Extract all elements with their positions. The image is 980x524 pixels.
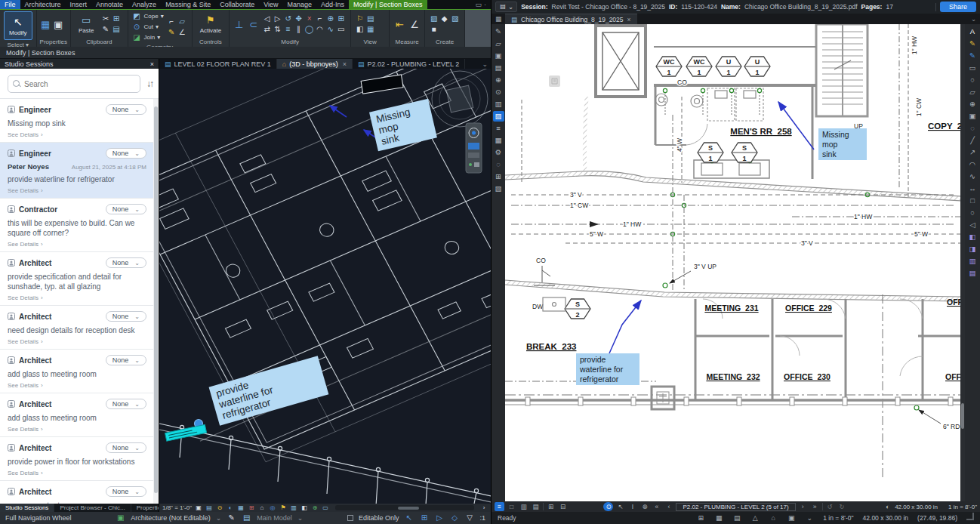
- rotate-icon[interactable]: ↺: [283, 14, 293, 24]
- unpin-icon[interactable]: ≡: [283, 25, 293, 35]
- thumbnails-icon[interactable]: ▥: [493, 99, 504, 109]
- tab-add-ins[interactable]: Add-Ins: [316, 0, 349, 9]
- sync-views-icon[interactable]: ⊞: [546, 502, 556, 511]
- close-document-icon[interactable]: ×: [627, 16, 631, 23]
- main-model-select[interactable]: Main Model: [257, 514, 292, 522]
- comment-card[interactable]: Contractor None⌄ this will be expensive …: [0, 199, 159, 252]
- pen-icon[interactable]: ✎: [967, 51, 978, 61]
- undo-view-icon[interactable]: ↺: [825, 502, 835, 511]
- navigation-bar[interactable]: [466, 123, 482, 173]
- panel-toggle-icon[interactable]: ▦: [492, 14, 505, 24]
- paint-icon[interactable]: ✎: [167, 27, 177, 37]
- bookmarks-icon[interactable]: ▤: [493, 63, 504, 73]
- measure-volume-icon[interactable]: ▥: [967, 256, 978, 267]
- select-links-icon[interactable]: ↖: [405, 513, 414, 523]
- chevron-down-icon[interactable]: ⌄: [805, 513, 814, 522]
- region-icon[interactable]: ▭: [336, 25, 346, 35]
- sort-icon[interactable]: ↓↑: [146, 79, 153, 89]
- align-icon[interactable]: ⊥: [233, 19, 245, 30]
- spline-icon[interactable]: ∿: [325, 25, 335, 35]
- split-icon[interactable]: ×: [304, 14, 314, 24]
- cope-button[interactable]: ◩Cope ▾: [132, 11, 164, 21]
- type-properties-icon[interactable]: ▣: [54, 20, 63, 29]
- tab-manage[interactable]: Manage: [283, 0, 317, 9]
- see-details-link[interactable]: See Details›: [8, 187, 146, 194]
- markups-icon[interactable]: ≡: [493, 123, 504, 134]
- status-dropdown[interactable]: None⌄: [106, 148, 146, 159]
- markup-note-waterline[interactable]: provide waterline for refrigerator: [576, 353, 639, 385]
- close-view-icon[interactable]: ×: [343, 60, 347, 68]
- document-tab[interactable]: ▤ Chicago Office Building_8_19_2025 ×: [505, 14, 636, 24]
- stamp-icon[interactable]: ⊕: [967, 99, 978, 109]
- canvas-scrollbar[interactable]: [960, 24, 965, 501]
- page-selector[interactable]: P2.02 - PLUMBING - LEVEL 2 (5 of 17): [676, 503, 795, 511]
- status-dropdown[interactable]: None⌄: [106, 442, 146, 453]
- first-page-icon[interactable]: «: [652, 502, 661, 511]
- scroll-right-icon[interactable]: ›: [480, 504, 488, 512]
- sync-icon[interactable]: △: [750, 513, 760, 522]
- status-dropdown[interactable]: None⌄: [106, 204, 146, 214]
- see-details-link[interactable]: See Details›: [8, 338, 146, 345]
- see-details-link[interactable]: See Details›: [8, 241, 146, 248]
- shapes-panel-icon[interactable]: ▱: [493, 39, 504, 49]
- demolish-icon[interactable]: ∠: [177, 27, 187, 37]
- cut-clipboard-icon[interactable]: ✂: [101, 14, 111, 24]
- copy-icon[interactable]: ⊞: [112, 14, 122, 24]
- markup-list-toggle-icon[interactable]: ≡: [495, 502, 504, 511]
- comment-card[interactable]: Architect None⌄ provide power in floor f…: [0, 437, 159, 481]
- group-icon[interactable]: ▧: [429, 14, 439, 24]
- polyline-icon[interactable]: ∿: [967, 171, 978, 182]
- 3d-viewport[interactable]: Missing mop sink provide waterline for r…: [159, 69, 491, 504]
- panel-tab-studio-sessions[interactable]: Studio Sessions: [0, 504, 54, 512]
- status-dropdown[interactable]: None⌄: [106, 399, 146, 409]
- search-input[interactable]: [24, 80, 135, 88]
- design-options-icon[interactable]: ▤: [242, 513, 251, 523]
- highlighter-icon[interactable]: ✎: [967, 39, 978, 49]
- assembly-icon[interactable]: ◆: [439, 14, 449, 24]
- layers-icon[interactable]: ◌: [493, 159, 504, 170]
- media-icon[interactable]: ▭·: [470, 0, 491, 9]
- measure-panel-icon[interactable]: ⊞: [493, 171, 504, 182]
- beam-icon[interactable]: ⌐: [167, 17, 177, 26]
- last-page-icon[interactable]: »: [810, 502, 820, 511]
- circle-tool-icon[interactable]: ◯: [304, 25, 314, 35]
- select-tool-icon[interactable]: ↖: [615, 502, 625, 511]
- see-details-link[interactable]: See Details›: [8, 470, 146, 476]
- comment-card[interactable]: Architect None⌄ need design details for …: [0, 306, 159, 350]
- lightbulb-icon[interactable]: ⚐: [355, 14, 365, 24]
- move-icon[interactable]: ✥: [294, 14, 304, 24]
- chevron-down-icon[interactable]: ⌄: [297, 514, 304, 522]
- select-underlay-icon[interactable]: ⊞: [420, 513, 430, 523]
- pin-icon[interactable]: ⇅: [273, 25, 282, 35]
- status-dropdown[interactable]: None⌄: [106, 104, 146, 115]
- grid-icon[interactable]: ⊞: [696, 513, 705, 522]
- extend-icon[interactable]: ∥: [294, 25, 304, 35]
- snap-icon[interactable]: ▦: [714, 513, 723, 522]
- save-icon[interactable]: ▣: [493, 51, 504, 61]
- reveal-icon[interactable]: ▦: [365, 25, 375, 35]
- comment-card-selected[interactable]: Engineer None⌄ Peter Noyes August 21, 20…: [0, 143, 159, 199]
- activate-button[interactable]: ⚑ Activate: [196, 14, 225, 35]
- analysis-icon[interactable]: ⊕: [311, 504, 319, 512]
- measure-icon[interactable]: ⇤: [393, 20, 405, 29]
- hide-icon[interactable]: ▤: [365, 14, 375, 24]
- status-dropdown[interactable]: None⌄: [106, 486, 146, 497]
- see-details-link[interactable]: See Details›: [8, 426, 146, 433]
- search-box[interactable]: [8, 75, 140, 93]
- editing-requests-icon[interactable]: ✎: [227, 513, 236, 523]
- profile-icon[interactable]: ⊕: [493, 75, 504, 85]
- match-icon[interactable]: ✎: [101, 25, 111, 35]
- view-tab-3d[interactable]: ⌂(3D - bbpnoyes)×: [277, 59, 353, 69]
- constraints-icon[interactable]: ▭: [322, 504, 329, 512]
- editable-only-checkbox[interactable]: [347, 515, 353, 521]
- horizontal-scrollbar[interactable]: [335, 505, 474, 510]
- duplicate-icon[interactable]: ▤: [112, 25, 122, 35]
- offset-icon[interactable]: ⊂: [248, 19, 259, 30]
- tab-architecture[interactable]: Architecture: [20, 0, 66, 9]
- sun-path-icon[interactable]: ◐: [227, 504, 234, 512]
- tab-analyze[interactable]: Analyze: [128, 0, 161, 9]
- document-menu-button[interactable]: ▤⌄: [495, 2, 517, 12]
- worksharing-display-icon[interactable]: ◧: [300, 504, 308, 512]
- visual-style-icon[interactable]: ⊙: [216, 504, 223, 512]
- status-dropdown[interactable]: None⌄: [106, 257, 146, 268]
